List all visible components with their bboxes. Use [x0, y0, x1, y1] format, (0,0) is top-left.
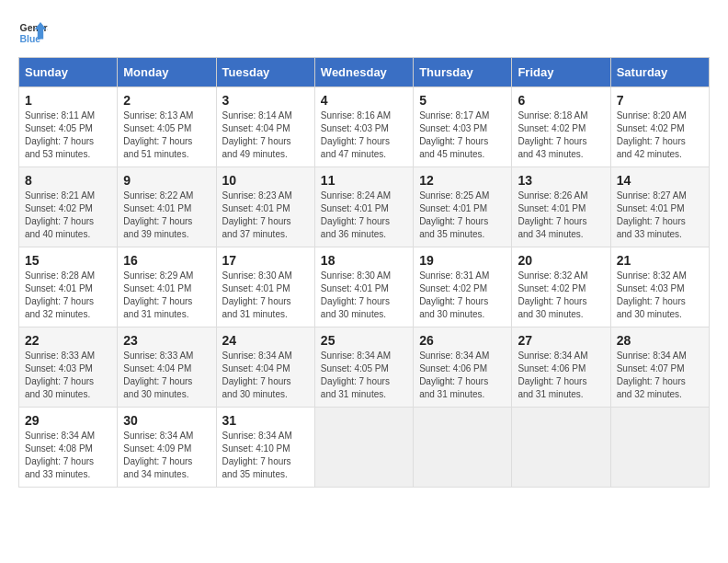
day-number: 10: [222, 173, 309, 188]
day-number: 1: [25, 93, 111, 108]
day-number: 15: [25, 253, 111, 268]
col-header-wednesday: Wednesday: [314, 58, 413, 87]
logo: General Blue: [18, 18, 48, 48]
cell-content: Sunrise: 8:32 AMSunset: 4:02 PMDaylight:…: [518, 270, 604, 321]
day-number: 22: [25, 333, 111, 348]
calendar-cell: 13Sunrise: 8:26 AMSunset: 4:01 PMDayligh…: [512, 167, 610, 247]
day-number: 19: [419, 253, 506, 268]
cell-content: Sunrise: 8:16 AMSunset: 4:03 PMDaylight:…: [321, 109, 407, 161]
day-number: 17: [222, 253, 309, 268]
cell-content: Sunrise: 8:33 AMSunset: 4:03 PMDaylight:…: [25, 350, 111, 401]
day-number: 12: [419, 173, 506, 188]
col-header-saturday: Saturday: [610, 58, 709, 87]
calendar-cell: 4Sunrise: 8:16 AMSunset: 4:03 PMDaylight…: [314, 87, 413, 167]
calendar-cell: 16Sunrise: 8:29 AMSunset: 4:01 PMDayligh…: [118, 247, 216, 327]
day-number: 13: [518, 173, 604, 188]
logo-icon: General Blue: [18, 18, 48, 48]
day-number: 4: [321, 93, 407, 108]
calendar-table: SundayMondayTuesdayWednesdayThursdayFrid…: [18, 57, 710, 488]
calendar-cell: 27Sunrise: 8:34 AMSunset: 4:06 PMDayligh…: [512, 327, 610, 408]
calendar-cell: 18Sunrise: 8:30 AMSunset: 4:01 PMDayligh…: [314, 247, 413, 327]
cell-content: Sunrise: 8:33 AMSunset: 4:04 PMDaylight:…: [123, 350, 210, 401]
day-number: 21: [617, 253, 703, 268]
calendar-cell: 5Sunrise: 8:17 AMSunset: 4:03 PMDaylight…: [414, 87, 512, 167]
calendar-cell: [414, 408, 512, 488]
calendar-cell: [512, 408, 610, 488]
cell-content: Sunrise: 8:14 AMSunset: 4:04 PMDaylight:…: [222, 109, 309, 161]
calendar-cell: 30Sunrise: 8:34 AMSunset: 4:09 PMDayligh…: [118, 408, 216, 488]
cell-content: Sunrise: 8:31 AMSunset: 4:02 PMDaylight:…: [419, 270, 506, 321]
cell-content: Sunrise: 8:29 AMSunset: 4:01 PMDaylight:…: [123, 270, 210, 321]
cell-content: Sunrise: 8:34 AMSunset: 4:08 PMDaylight:…: [25, 430, 111, 481]
calendar-cell: 15Sunrise: 8:28 AMSunset: 4:01 PMDayligh…: [19, 247, 118, 327]
calendar-cell: 22Sunrise: 8:33 AMSunset: 4:03 PMDayligh…: [19, 327, 118, 408]
cell-content: Sunrise: 8:30 AMSunset: 4:01 PMDaylight:…: [321, 270, 407, 321]
calendar-cell: 17Sunrise: 8:30 AMSunset: 4:01 PMDayligh…: [216, 247, 314, 327]
cell-content: Sunrise: 8:24 AMSunset: 4:01 PMDaylight:…: [321, 190, 407, 241]
calendar-cell: 3Sunrise: 8:14 AMSunset: 4:04 PMDaylight…: [216, 87, 314, 167]
day-number: 29: [25, 413, 111, 428]
day-number: 11: [321, 173, 407, 188]
col-header-sunday: Sunday: [19, 58, 118, 87]
calendar-row: 29Sunrise: 8:34 AMSunset: 4:08 PMDayligh…: [19, 408, 710, 488]
calendar-cell: 6Sunrise: 8:18 AMSunset: 4:02 PMDaylight…: [512, 87, 610, 167]
calendar-cell: 19Sunrise: 8:31 AMSunset: 4:02 PMDayligh…: [414, 247, 512, 327]
day-number: 23: [123, 333, 210, 348]
header: General Blue: [18, 18, 710, 48]
cell-content: Sunrise: 8:17 AMSunset: 4:03 PMDaylight:…: [419, 109, 506, 161]
day-number: 27: [518, 333, 604, 348]
calendar-cell: 23Sunrise: 8:33 AMSunset: 4:04 PMDayligh…: [118, 327, 216, 408]
cell-content: Sunrise: 8:22 AMSunset: 4:01 PMDaylight:…: [123, 190, 210, 241]
calendar-cell: 24Sunrise: 8:34 AMSunset: 4:04 PMDayligh…: [216, 327, 314, 408]
header-row: SundayMondayTuesdayWednesdayThursdayFrid…: [19, 58, 710, 87]
cell-content: Sunrise: 8:32 AMSunset: 4:03 PMDaylight:…: [617, 270, 703, 321]
calendar-cell: 29Sunrise: 8:34 AMSunset: 4:08 PMDayligh…: [19, 408, 118, 488]
cell-content: Sunrise: 8:11 AMSunset: 4:05 PMDaylight:…: [25, 109, 111, 161]
day-number: 28: [617, 333, 703, 348]
calendar-cell: 28Sunrise: 8:34 AMSunset: 4:07 PMDayligh…: [610, 327, 709, 408]
calendar-row: 22Sunrise: 8:33 AMSunset: 4:03 PMDayligh…: [19, 327, 710, 408]
calendar-cell: 9Sunrise: 8:22 AMSunset: 4:01 PMDaylight…: [118, 167, 216, 247]
day-number: 5: [419, 93, 506, 108]
day-number: 8: [25, 173, 111, 188]
day-number: 24: [222, 333, 309, 348]
cell-content: Sunrise: 8:18 AMSunset: 4:02 PMDaylight:…: [518, 109, 604, 161]
day-number: 14: [617, 173, 703, 188]
calendar-cell: 8Sunrise: 8:21 AMSunset: 4:02 PMDaylight…: [19, 167, 118, 247]
col-header-thursday: Thursday: [414, 58, 512, 87]
cell-content: Sunrise: 8:34 AMSunset: 4:06 PMDaylight:…: [419, 350, 506, 401]
calendar-row: 8Sunrise: 8:21 AMSunset: 4:02 PMDaylight…: [19, 167, 710, 247]
calendar-cell: [610, 408, 709, 488]
calendar-row: 15Sunrise: 8:28 AMSunset: 4:01 PMDayligh…: [19, 247, 710, 327]
day-number: 20: [518, 253, 604, 268]
calendar-row: 1Sunrise: 8:11 AMSunset: 4:05 PMDaylight…: [19, 87, 710, 167]
cell-content: Sunrise: 8:30 AMSunset: 4:01 PMDaylight:…: [222, 270, 309, 321]
calendar-cell: 10Sunrise: 8:23 AMSunset: 4:01 PMDayligh…: [216, 167, 314, 247]
calendar-cell: [314, 408, 413, 488]
calendar-cell: 25Sunrise: 8:34 AMSunset: 4:05 PMDayligh…: [314, 327, 413, 408]
cell-content: Sunrise: 8:28 AMSunset: 4:01 PMDaylight:…: [25, 270, 111, 321]
day-number: 7: [617, 93, 703, 108]
cell-content: Sunrise: 8:25 AMSunset: 4:01 PMDaylight:…: [419, 190, 506, 241]
day-number: 6: [518, 93, 604, 108]
cell-content: Sunrise: 8:21 AMSunset: 4:02 PMDaylight:…: [25, 190, 111, 241]
day-number: 26: [419, 333, 506, 348]
cell-content: Sunrise: 8:34 AMSunset: 4:10 PMDaylight:…: [222, 430, 309, 481]
calendar-cell: 1Sunrise: 8:11 AMSunset: 4:05 PMDaylight…: [19, 87, 118, 167]
day-number: 18: [321, 253, 407, 268]
cell-content: Sunrise: 8:27 AMSunset: 4:01 PMDaylight:…: [617, 190, 703, 241]
cell-content: Sunrise: 8:13 AMSunset: 4:05 PMDaylight:…: [123, 109, 210, 161]
cell-content: Sunrise: 8:34 AMSunset: 4:06 PMDaylight:…: [518, 350, 604, 401]
calendar-cell: 7Sunrise: 8:20 AMSunset: 4:02 PMDaylight…: [610, 87, 709, 167]
calendar-cell: 21Sunrise: 8:32 AMSunset: 4:03 PMDayligh…: [610, 247, 709, 327]
day-number: 2: [123, 93, 210, 108]
calendar-cell: 26Sunrise: 8:34 AMSunset: 4:06 PMDayligh…: [414, 327, 512, 408]
cell-content: Sunrise: 8:23 AMSunset: 4:01 PMDaylight:…: [222, 190, 309, 241]
col-header-tuesday: Tuesday: [216, 58, 314, 87]
day-number: 25: [321, 333, 407, 348]
cell-content: Sunrise: 8:34 AMSunset: 4:04 PMDaylight:…: [222, 350, 309, 401]
cell-content: Sunrise: 8:34 AMSunset: 4:05 PMDaylight:…: [321, 350, 407, 401]
calendar-cell: 20Sunrise: 8:32 AMSunset: 4:02 PMDayligh…: [512, 247, 610, 327]
day-number: 30: [123, 413, 210, 428]
col-header-monday: Monday: [118, 58, 216, 87]
